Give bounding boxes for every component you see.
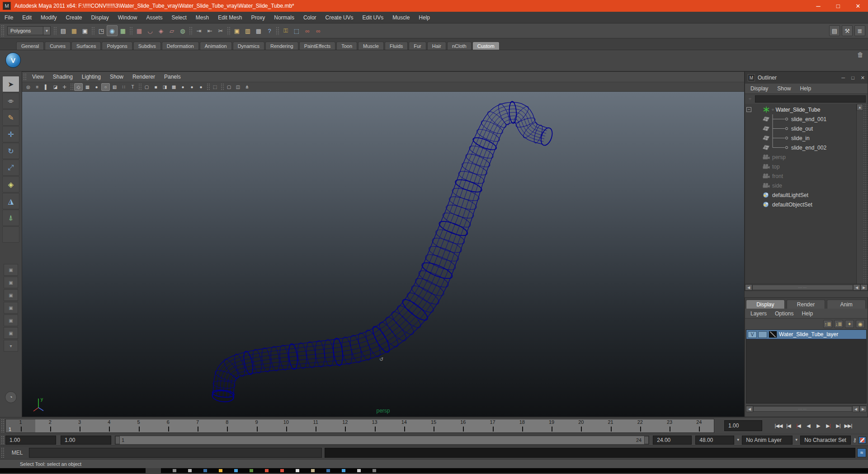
range-end-handle[interactable] [644, 436, 649, 444]
outliner-item-side[interactable]: side [745, 181, 856, 190]
menu-normals[interactable]: Normals [269, 13, 299, 23]
scroll-up-icon[interactable]: ▲ [857, 104, 863, 111]
hotbox-controls-button[interactable]: ◔ [5, 391, 17, 403]
shelf-tab-surfaces[interactable]: Surfaces [71, 42, 101, 50]
use-all-lights-icon[interactable]: ● [179, 83, 187, 91]
taskbar-item[interactable] [173, 469, 176, 472]
save-scene-icon[interactable]: ▣ [80, 25, 90, 36]
water-slide-tube-wireframe[interactable] [22, 92, 744, 417]
two-panes-icon[interactable]: ◫ [234, 83, 242, 91]
menu-muscle[interactable]: Muscle [388, 13, 414, 23]
frame-1[interactable]: 11 [6, 419, 35, 432]
scrollbar-thumb[interactable]: ⋯⋯ [753, 406, 852, 412]
new-layer-from-selected-icon[interactable]: ◉ [856, 320, 865, 328]
menu-create-uvs[interactable]: Create UVs [321, 13, 358, 23]
icon-group-separator[interactable] [53, 27, 57, 35]
outliner-item-top[interactable]: top [745, 162, 856, 171]
frame-7[interactable]: 7 [183, 419, 212, 432]
taskbar-item[interactable] [326, 469, 330, 472]
select-by-object-icon[interactable]: ◉ [107, 25, 118, 36]
step-forward-frame-button[interactable]: ▶| [834, 420, 843, 431]
persp-uv-layout-button[interactable]: ▣ [4, 327, 18, 339]
selection-marquee-icon[interactable]: ⬚ [291, 25, 302, 36]
pin-a-icon[interactable]: ∞ [302, 25, 313, 36]
select-tool[interactable]: ➤ [2, 76, 19, 92]
taskbar-item[interactable] [265, 469, 269, 472]
bounding-box-icon[interactable]: ▧ [110, 83, 119, 91]
menu-proxy[interactable]: Proxy [247, 13, 270, 23]
persp-graph-layout-button[interactable]: ▣ [4, 302, 18, 314]
paint-selection-tool[interactable]: ✎ [2, 109, 19, 126]
anim-layer-select[interactable]: No Anim Layer [742, 436, 793, 445]
construction-history-icon[interactable]: ✂ [215, 25, 226, 36]
outliner-horizontal-scrollbar[interactable]: ◀ ⋯⋯ ◀ ▶ [745, 284, 868, 291]
vray-shelf-button[interactable]: V [5, 52, 21, 68]
shelf-tab-curves[interactable]: Curves [45, 42, 71, 50]
step-back-frame-button[interactable]: |◀ [784, 420, 793, 431]
panel-menu-shading[interactable]: Shading [48, 73, 77, 81]
image-plane-icon[interactable]: ◪ [51, 83, 60, 91]
close-button[interactable]: ✕ [848, 0, 868, 12]
frame-12[interactable]: 12 [330, 419, 360, 432]
go-to-start-button[interactable]: |◀◀ [774, 420, 783, 431]
bookmark-icon[interactable]: ▌ [42, 83, 51, 91]
menu-help[interactable]: Help [414, 13, 434, 23]
playback-options-chevron-icon[interactable]: ▼ [734, 436, 742, 444]
scroll-right-icon[interactable]: ▶ [860, 284, 868, 291]
share-icon[interactable]: ⋔ [243, 83, 251, 91]
outliner-menu-display[interactable]: Display [747, 84, 772, 93]
scroll-left2-icon[interactable]: ◀ [852, 406, 859, 412]
layer-menu-help[interactable]: Help [798, 310, 816, 318]
taskbar-item[interactable] [188, 469, 192, 472]
shelf-tab-toon[interactable]: Toon [336, 42, 357, 50]
checker-icon[interactable]: ▩ [170, 83, 178, 91]
frame-18[interactable]: 18 [507, 419, 537, 432]
menu-mesh[interactable]: Mesh [191, 13, 213, 23]
frame-19[interactable]: 19 [537, 419, 566, 432]
layer-tab-display[interactable]: Display [746, 300, 785, 309]
frame-13[interactable]: 13 [360, 419, 389, 432]
outliner-vertical-scrollbar[interactable]: ▲ [856, 104, 863, 284]
move-tool[interactable]: ✛ [2, 126, 19, 142]
outliner-close-icon[interactable]: ✕ [861, 75, 865, 81]
ipr-render-icon[interactable]: ▥ [242, 25, 253, 36]
current-time-field[interactable]: 1.00 [724, 420, 762, 431]
points-icon[interactable]: ∷ [119, 83, 128, 91]
frame-5[interactable]: 5 [124, 419, 153, 432]
ambient-light-icon[interactable]: ● [188, 83, 196, 91]
layer-menu-layers[interactable]: Layers [747, 310, 770, 318]
range-slider-track[interactable]: 1 24 [115, 436, 649, 445]
icon-group-separator[interactable] [129, 27, 133, 35]
scroll-right-icon[interactable]: ▶ [859, 406, 867, 412]
menu-modify[interactable]: Modify [36, 13, 61, 23]
viewport-canvas[interactable]: y persp ↺ [22, 92, 744, 417]
layer-color-swatch[interactable] [769, 331, 777, 338]
make-live-icon[interactable]: ◍ [177, 25, 188, 36]
flat-shaded-icon[interactable]: ○ [101, 83, 110, 91]
taskbar-item[interactable] [146, 468, 161, 473]
step-forward-key-button[interactable]: ▶| [824, 420, 833, 431]
shelf-tab-fluids[interactable]: Fluids [385, 42, 408, 50]
menu-display[interactable]: Display [86, 13, 113, 23]
four-pane-layout-button[interactable]: ▣ [4, 277, 18, 288]
mel-label[interactable]: MEL [5, 450, 29, 456]
shaded-cube-icon[interactable]: ■ [151, 83, 160, 91]
hypershade-persp-layout-button[interactable]: ▣ [4, 314, 18, 326]
panel-menu-panels[interactable]: Panels [160, 73, 185, 81]
wireframe-icon[interactable]: ◇ [74, 83, 83, 91]
outliner-item-defaultobjectset[interactable]: defaultObjectSet [745, 200, 856, 209]
menu-edit[interactable]: Edit [18, 13, 36, 23]
frame-16[interactable]: 16 [448, 419, 478, 432]
panel-menu-lighting[interactable]: Lighting [77, 73, 105, 81]
shaded-icon[interactable]: ▦ [83, 83, 92, 91]
snap-to-view-plane-icon[interactable]: ▱ [166, 25, 177, 36]
shelf-tab-ncloth[interactable]: nCloth [447, 42, 472, 50]
output-connections-icon[interactable]: ⇤ [204, 25, 215, 36]
play-forward-button[interactable]: ▶ [814, 420, 823, 431]
pane-menu-arrow-button[interactable]: ▾ [4, 340, 18, 352]
taskbar-item[interactable] [219, 469, 222, 472]
range-grip[interactable] [1, 436, 5, 444]
frame-15[interactable]: 15 [419, 419, 448, 432]
outliner-item-persp[interactable]: persp [745, 152, 856, 162]
shelf-tab-general[interactable]: General [16, 42, 44, 50]
